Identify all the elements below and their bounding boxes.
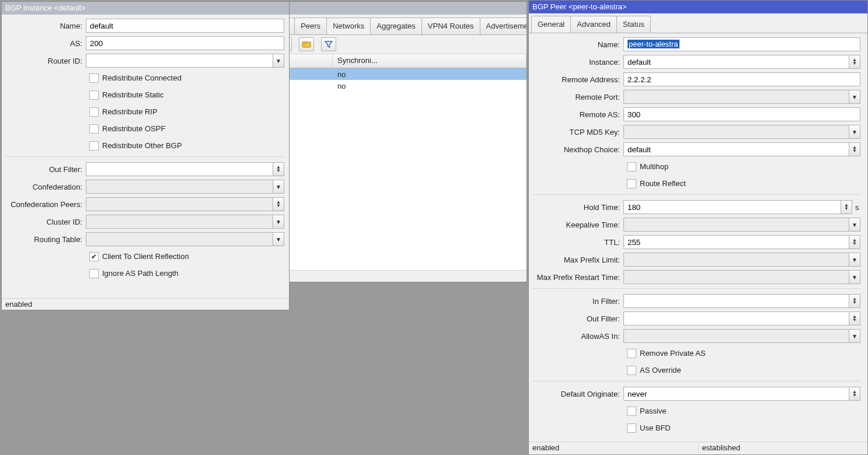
nexthop-input[interactable] [623, 142, 849, 156]
infilter-dropdown[interactable]: ▲▼ [849, 294, 860, 308]
redistribute-ospf-checkbox[interactable] [89, 124, 99, 134]
peer-instance-dropdown[interactable]: ▲▼ [849, 55, 860, 69]
remote-port-label: Remote Port: [532, 93, 623, 102]
ignore-as-path-checkbox[interactable] [89, 269, 99, 278]
hold-dropdown[interactable]: ▲▼ [841, 200, 852, 214]
keepalive-input[interactable] [623, 218, 849, 232]
max-prefix-dropdown[interactable]: ▼ [849, 253, 860, 267]
tab-networks[interactable]: Networks [326, 18, 371, 35]
redistribute-rip-label: Redistribute RIP [102, 107, 158, 116]
ignore-as-path-label: Ignore AS Path Length [102, 269, 179, 278]
passive-label: Passive [640, 407, 667, 415]
outfilter-label: Out Filter: [5, 165, 86, 174]
max-prefix-restart-dropdown[interactable]: ▼ [849, 270, 860, 284]
as-override-checkbox[interactable] [627, 366, 636, 375]
routerid-label: Router ID: [5, 57, 86, 65]
infilter-input[interactable] [623, 294, 849, 308]
tab-general[interactable]: General [531, 16, 571, 33]
peer-status-right: established [699, 442, 868, 454]
clusterid-dropdown[interactable]: ▼ [273, 215, 284, 229]
clusterid-input[interactable] [86, 215, 273, 229]
outfilter-dropdown[interactable]: ▲▼ [273, 162, 284, 176]
routingtable-dropdown[interactable]: ▼ [273, 232, 284, 246]
tcp-md5-input[interactable] [623, 125, 849, 139]
tab-vpn4[interactable]: VPN4 Routes [421, 18, 480, 35]
ttl-label: TTL: [532, 238, 623, 247]
allowas-dropdown[interactable]: ▼ [849, 329, 860, 343]
route-reflect-label: Route Reflect [640, 179, 686, 188]
keepalive-dropdown[interactable]: ▼ [849, 218, 860, 232]
tcp-md5-dropdown[interactable]: ▼ [849, 125, 860, 139]
max-prefix-restart-input[interactable] [623, 270, 849, 284]
comment-button[interactable] [299, 37, 314, 51]
tab-adverts[interactable]: Advertisements [480, 18, 527, 35]
max-prefix-input[interactable] [623, 253, 849, 267]
col-sync[interactable]: Synchroni... [333, 54, 527, 68]
max-prefix-label: Max Prefix Limit: [532, 256, 623, 264]
ttl-input[interactable] [623, 235, 849, 249]
cell-sync: no [333, 70, 350, 79]
tab-status[interactable]: Status [616, 16, 651, 33]
remove-private-as-checkbox[interactable] [627, 349, 636, 358]
peer-name-value: peer-to-alestra [628, 40, 679, 48]
name-input[interactable] [86, 19, 284, 33]
remote-addr-input[interactable] [623, 72, 860, 86]
use-bfd-label: Use BFD [640, 424, 671, 432]
allowas-input[interactable] [623, 329, 849, 343]
peer-outfilter-input[interactable] [623, 312, 849, 326]
hold-input[interactable] [623, 200, 841, 214]
remote-as-input[interactable] [623, 107, 860, 121]
remote-addr-label: Remote Address: [532, 75, 623, 84]
peer-title: BGP Peer <peer-to-alestra> [529, 1, 867, 13]
instance-status: enabled [2, 298, 289, 310]
routerid-dropdown[interactable]: ▼ [273, 54, 284, 68]
remote-port-dropdown[interactable]: ▼ [849, 90, 860, 104]
peer-name-label: Name: [532, 40, 623, 49]
nexthop-label: Nexthop Choice: [532, 145, 623, 154]
redistribute-connected-checkbox[interactable] [89, 74, 99, 83]
nexthop-dropdown[interactable]: ▲▼ [849, 142, 860, 156]
ttl-dropdown[interactable]: ▲▼ [849, 235, 860, 249]
redistribute-other-checkbox[interactable] [89, 141, 99, 150]
as-label: AS: [5, 39, 86, 48]
confed-dropdown[interactable]: ▼ [273, 180, 284, 194]
routerid-input[interactable] [86, 54, 273, 68]
bgp-instance-window: BGP Instance <default> Name: AS: Router … [1, 1, 290, 310]
tab-advanced[interactable]: Advanced [570, 16, 617, 33]
tab-aggregates[interactable]: Aggregates [370, 18, 422, 35]
peer-instance-label: Instance: [532, 58, 623, 66]
bgp-peer-window: BGP Peer <peer-to-alestra> General Advan… [528, 0, 868, 455]
max-prefix-restart-label: Max Prefix Restart Time: [532, 273, 623, 282]
clusterid-label: Cluster ID: [5, 218, 86, 226]
redistribute-rip-checkbox[interactable] [89, 107, 99, 117]
allowas-label: AllowAS In: [532, 332, 623, 341]
route-reflect-checkbox[interactable] [627, 179, 636, 188]
multihop-label: Multihop [640, 162, 668, 171]
filter-button[interactable] [321, 37, 336, 51]
peer-tabs: General Advanced Status [529, 13, 867, 33]
svg-rect-1 [302, 42, 306, 44]
hold-label: Hold Time: [532, 203, 623, 212]
redistribute-static-label: Redistribute Static [102, 90, 164, 99]
use-bfd-checkbox[interactable] [627, 424, 636, 433]
tab-peers[interactable]: Peers [294, 18, 327, 35]
peer-name-input[interactable]: peer-to-alestra [623, 37, 860, 51]
peer-instance-input[interactable] [623, 55, 849, 69]
confed-peers-input[interactable] [86, 197, 273, 211]
remote-port-input[interactable] [623, 90, 849, 104]
default-originate-dropdown[interactable]: ▲▼ [849, 387, 860, 401]
client-reflection-checkbox[interactable]: ✔ [89, 252, 99, 261]
peer-outfilter-dropdown[interactable]: ▲▼ [849, 312, 860, 326]
as-override-label: AS Override [640, 366, 681, 374]
multihop-checkbox[interactable] [627, 162, 636, 172]
passive-checkbox[interactable] [627, 407, 636, 416]
confed-peers-dropdown[interactable]: ▲▼ [273, 197, 284, 211]
outfilter-input[interactable] [86, 162, 273, 176]
confed-input[interactable] [86, 180, 273, 194]
default-originate-input[interactable] [623, 387, 849, 401]
routingtable-input[interactable] [86, 232, 273, 246]
redistribute-static-checkbox[interactable] [89, 90, 99, 100]
redistribute-other-label: Redistribute Other BGP [102, 141, 182, 150]
as-input[interactable] [86, 36, 284, 50]
peer-status-left: enabled [529, 442, 699, 454]
